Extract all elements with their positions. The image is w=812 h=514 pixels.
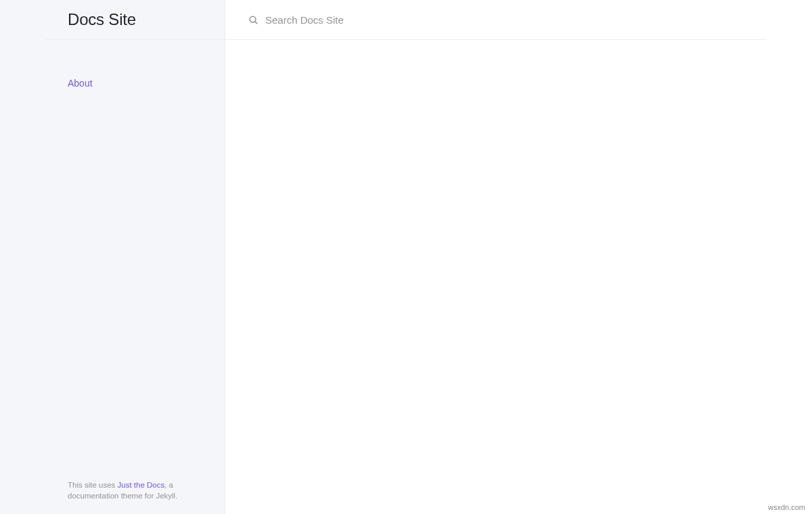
sidebar-item-about[interactable]: About — [45, 72, 225, 94]
watermark: wsxdn.com — [768, 503, 805, 511]
search-wrap — [248, 14, 767, 26]
topbar — [225, 0, 767, 40]
main-content — [225, 40, 812, 514]
left-gutter — [0, 0, 45, 514]
svg-point-0 — [250, 16, 256, 22]
sidebar: Docs Site About This site uses Just the … — [45, 0, 225, 514]
footer-theme-link[interactable]: Just the Docs — [118, 481, 165, 489]
page-root: Docs Site About This site uses Just the … — [0, 0, 812, 514]
svg-line-1 — [255, 21, 257, 23]
sidebar-header: Docs Site — [45, 0, 225, 40]
site-title[interactable]: Docs Site — [68, 10, 136, 29]
sidebar-footer: This site uses Just the Docs, a document… — [45, 480, 225, 514]
search-icon — [248, 15, 258, 25]
sidebar-nav: About — [45, 40, 225, 480]
footer-prefix: This site uses — [68, 481, 118, 489]
main-area — [225, 0, 812, 514]
search-input[interactable] — [265, 14, 767, 26]
